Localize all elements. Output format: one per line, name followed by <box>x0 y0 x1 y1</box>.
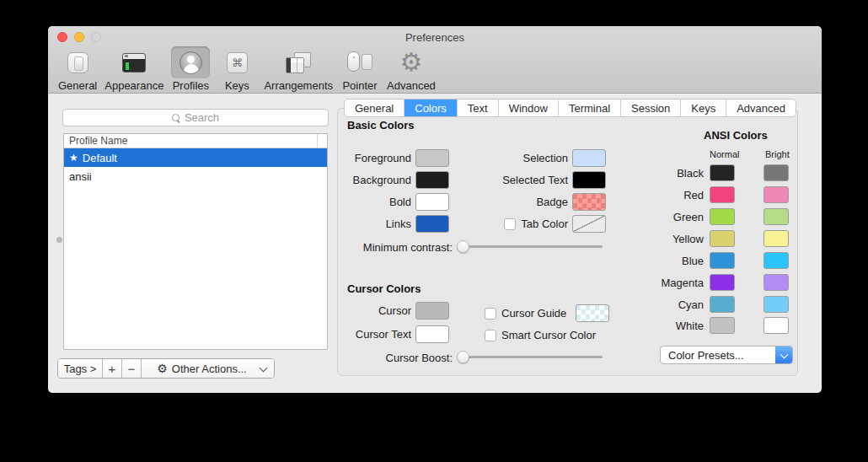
titlebar-toolbar: Preferences General Appearance Profiles <box>48 26 822 94</box>
links-row: Links <box>347 215 449 233</box>
ansi-green-bright-well[interactable] <box>764 208 789 225</box>
minimum-contrast-slider[interactable] <box>458 240 603 253</box>
advanced-gear-icon: ⚙ <box>399 50 422 75</box>
profile-row-default[interactable]: ★ Default <box>64 148 327 167</box>
keys-icon: ⌘ <box>227 52 248 73</box>
ansi-black-bright-well[interactable] <box>764 164 789 181</box>
ansi-white-normal-well[interactable] <box>710 317 735 334</box>
smart-cursor-checkbox[interactable] <box>485 330 496 341</box>
ansi-blue-normal-well[interactable] <box>710 252 735 269</box>
badge-row: Badge <box>469 193 606 211</box>
ansi-row-magenta: Magenta <box>621 274 789 291</box>
close-button[interactable] <box>57 32 67 42</box>
remove-profile-button[interactable]: − <box>122 359 142 378</box>
toolbar-item-pointer[interactable]: Pointer <box>340 46 379 92</box>
toolbar-label: Advanced <box>387 79 436 92</box>
selected-text-color-well[interactable] <box>572 171 606 189</box>
cursor-boost-row: Cursor Boost: <box>347 352 453 364</box>
toolbar-item-profiles[interactable]: Profiles <box>171 46 210 92</box>
ansi-row-cyan: Cyan <box>621 296 789 313</box>
cursor-guide-row: Cursor Guide <box>485 304 609 322</box>
other-actions-dropdown[interactable]: ⚙ Other Actions... <box>142 359 274 378</box>
ansi-red-bright-well[interactable] <box>764 186 789 203</box>
tab-session[interactable]: Session <box>621 99 681 116</box>
profiles-icon <box>179 51 202 74</box>
tab-terminal[interactable]: Terminal <box>559 99 621 116</box>
general-icon <box>67 52 88 73</box>
arrangements-icon <box>286 52 311 73</box>
profile-list-header[interactable]: Profile Name <box>64 134 327 148</box>
links-color-well[interactable] <box>415 215 449 233</box>
background-row: Background <box>347 171 449 189</box>
slider-knob[interactable] <box>457 240 469 253</box>
ansi-col-bright: Bright <box>765 149 790 159</box>
search-input[interactable]: Search <box>62 109 329 126</box>
screenshot-stage: Preferences General Appearance Profiles <box>0 0 868 462</box>
cursor-guide-checkbox[interactable] <box>485 308 496 320</box>
profile-name: Default <box>83 152 117 164</box>
cursor-guide-color-well[interactable] <box>576 304 609 322</box>
toolbar-item-keys[interactable]: ⌘ Keys <box>217 46 256 92</box>
background-color-well[interactable] <box>415 171 449 189</box>
search-placeholder: Search <box>185 111 219 124</box>
ansi-yellow-normal-well[interactable] <box>710 230 735 247</box>
add-profile-button[interactable]: + <box>103 359 122 378</box>
selected-text-row: Selected Text <box>469 171 606 189</box>
ansi-row-black: Black <box>621 164 789 181</box>
toolbar-item-appearance[interactable]: Appearance <box>104 46 163 92</box>
cursor-boost-slider[interactable] <box>458 351 603 363</box>
tab-keys[interactable]: Keys <box>681 99 726 116</box>
color-presets-dropdown[interactable]: Color Presets... <box>660 346 793 364</box>
splitter-handle[interactable] <box>56 237 62 243</box>
tags-button[interactable]: Tags > <box>58 359 103 378</box>
window-title: Preferences <box>48 31 822 44</box>
minimize-button[interactable] <box>74 32 84 42</box>
zoom-button[interactable] <box>91 32 101 42</box>
selection-color-well[interactable] <box>572 149 606 167</box>
minimum-contrast-row: Minimum contrast: <box>347 241 453 254</box>
foreground-color-well[interactable] <box>415 149 449 167</box>
ansi-white-bright-well[interactable] <box>764 317 789 334</box>
tab-advanced[interactable]: Advanced <box>726 99 796 116</box>
toolbar-label: Pointer <box>342 79 377 92</box>
ansi-magenta-bright-well[interactable] <box>764 274 789 291</box>
preferences-toolbar: General Appearance Profiles ⌘ Keys <box>58 46 436 92</box>
ansi-cyan-normal-well[interactable] <box>710 296 735 313</box>
toolbar-label: Keys <box>225 79 249 92</box>
tab-color-well[interactable] <box>572 215 606 233</box>
tab-window[interactable]: Window <box>499 99 559 116</box>
toolbar-item-advanced[interactable]: ⚙ Advanced <box>387 46 436 92</box>
cursor-text-color-well[interactable] <box>415 325 449 343</box>
ansi-green-normal-well[interactable] <box>710 208 735 225</box>
tab-general[interactable]: General <box>345 99 405 116</box>
ansi-cyan-bright-well[interactable] <box>764 296 789 313</box>
ansi-magenta-normal-well[interactable] <box>710 274 735 291</box>
profile-list: Profile Name ★ Default ansii <box>63 133 328 350</box>
traffic-lights <box>57 32 101 42</box>
toolbar-label: Profiles <box>173 79 209 92</box>
ansi-black-normal-well[interactable] <box>710 164 735 181</box>
chevron-down-icon <box>780 350 788 358</box>
ansi-col-normal: Normal <box>710 149 739 159</box>
profile-tabs: General Colors Text Window Terminal Sess… <box>344 99 796 117</box>
bold-color-well[interactable] <box>415 193 449 211</box>
tab-color-checkbox[interactable] <box>504 218 516 230</box>
ansi-yellow-bright-well[interactable] <box>764 230 789 247</box>
tab-text[interactable]: Text <box>458 99 499 116</box>
basic-colors-heading: Basic Colors <box>347 119 414 132</box>
ansi-red-normal-well[interactable] <box>710 186 735 203</box>
profile-name: ansii <box>69 170 92 183</box>
cursor-row: Cursor <box>347 302 449 320</box>
slider-knob[interactable] <box>457 351 469 363</box>
preferences-window: Preferences General Appearance Profiles <box>48 26 822 393</box>
ansi-row-red: Red <box>621 186 789 203</box>
cursor-color-well[interactable] <box>415 302 449 320</box>
badge-color-well[interactable] <box>572 193 606 211</box>
toolbar-item-arrangements[interactable]: Arrangements <box>264 46 333 92</box>
toolbar-item-general[interactable]: General <box>58 46 97 92</box>
tab-colors[interactable]: Colors <box>405 99 458 116</box>
toolbar-label: Appearance <box>104 79 163 92</box>
profile-row-ansii[interactable]: ansii <box>64 167 327 185</box>
dropdown-button[interactable] <box>775 346 792 363</box>
ansi-blue-bright-well[interactable] <box>764 252 789 269</box>
